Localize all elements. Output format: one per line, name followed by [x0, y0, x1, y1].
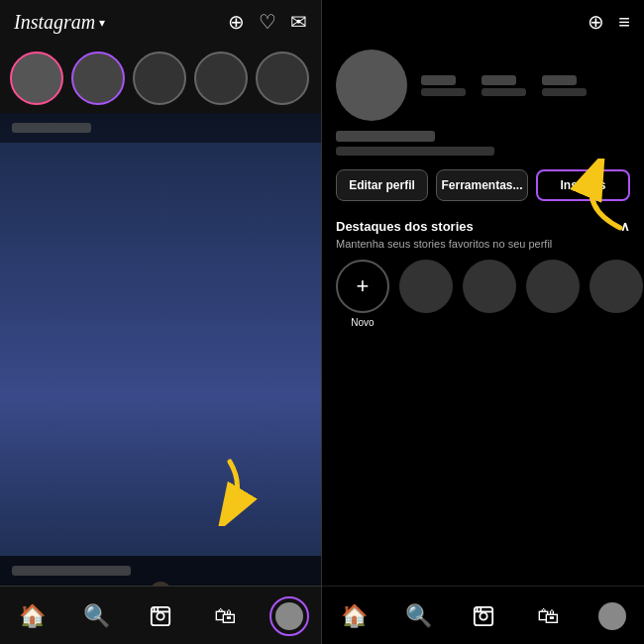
left-header: Instagram ▾ ⊕ ♡ ✉	[0, 0, 321, 44]
right-nav-reels[interactable]	[464, 596, 503, 636]
feed-caption-blur	[12, 566, 131, 576]
posts-stat	[421, 75, 466, 96]
right-menu-icon[interactable]: ≡	[618, 11, 630, 34]
highlight-item-2[interactable]	[463, 260, 516, 328]
profile-picture[interactable]	[336, 50, 407, 121]
new-post-icon[interactable]: ⊕	[228, 10, 245, 34]
feed-username-blur	[12, 123, 91, 133]
tools-button[interactable]: Ferramentas...	[436, 169, 528, 201]
new-highlight-circle[interactable]: +	[336, 260, 389, 313]
right-nav-shop[interactable]: 🛍	[528, 596, 568, 636]
arrow-down	[200, 457, 260, 526]
posts-label	[421, 88, 466, 96]
plus-icon: +	[357, 275, 370, 297]
highlight-circle-2[interactable]	[463, 260, 516, 313]
stories-row	[0, 44, 321, 113]
story-avatar-4[interactable]	[194, 52, 248, 105]
followers-label	[482, 88, 526, 96]
highlight-item-3[interactable]	[526, 260, 580, 328]
likes-icon[interactable]: ♡	[259, 10, 276, 34]
nav-search[interactable]: 🔍	[76, 596, 116, 636]
profile-bio-blur	[336, 147, 494, 156]
right-new-post-icon[interactable]: ⊕	[588, 10, 604, 34]
right-nav-home[interactable]: 🏠	[335, 596, 375, 636]
nav-home[interactable]: 🏠	[12, 596, 52, 636]
story-avatar-1[interactable]	[10, 52, 63, 105]
nav-reels[interactable]	[141, 596, 180, 636]
highlight-new[interactable]: + Novo	[336, 260, 389, 328]
svg-point-8	[480, 612, 486, 619]
story-avatar-5[interactable]	[256, 52, 309, 105]
right-bottom-nav: 🏠 🔍 🛍	[322, 586, 644, 644]
highlights-row: + Novo	[336, 260, 630, 328]
highlight-circle-4[interactable]	[590, 260, 643, 313]
following-stat	[542, 75, 587, 96]
profile-name-area	[322, 131, 644, 161]
followers-stat	[482, 75, 526, 96]
following-count	[542, 75, 577, 85]
highlight-circle-1[interactable]	[399, 260, 453, 313]
highlights-subtitle: Mantenha seus stories favoritos no seu p…	[336, 238, 630, 250]
right-header: ⊕ ≡	[322, 0, 644, 44]
edit-profile-button[interactable]: Editar perfil	[336, 169, 428, 201]
left-bottom-nav: 🏠 🔍 🛍	[0, 586, 321, 644]
following-label	[542, 88, 587, 96]
highlight-item-1[interactable]	[399, 260, 453, 328]
instagram-logo: Instagram ▾	[14, 11, 105, 34]
highlight-item-4[interactable]	[590, 260, 643, 328]
right-nav-profile[interactable]	[592, 596, 632, 636]
feed-overlay-top	[0, 113, 321, 143]
new-highlight-label: Novo	[351, 317, 374, 328]
nav-profile-active[interactable]	[269, 596, 309, 636]
feed-overlay-bottom	[0, 556, 321, 586]
feed-background	[0, 113, 321, 586]
story-avatar-3[interactable]	[133, 52, 186, 105]
left-panel: Instagram ▾ ⊕ ♡ ✉	[0, 0, 321, 644]
profile-stats	[421, 75, 587, 96]
highlight-circle-3[interactable]	[526, 260, 580, 313]
left-header-icons: ⊕ ♡ ✉	[228, 10, 307, 34]
arrow-up	[571, 159, 630, 238]
posts-count	[421, 75, 456, 85]
story-avatar-2[interactable]	[71, 52, 125, 105]
profile-avatar-mini	[275, 602, 303, 630]
feed-area	[0, 113, 321, 586]
profile-name-blur	[336, 131, 435, 142]
right-panel: ⊕ ≡ Editar perfil Ferramentas...	[322, 0, 644, 644]
nav-shop[interactable]: 🛍	[205, 596, 245, 636]
messages-icon[interactable]: ✉	[290, 10, 307, 34]
right-profile-top	[322, 44, 644, 131]
svg-point-2	[157, 612, 163, 619]
followers-count	[482, 75, 516, 85]
right-nav-search[interactable]: 🔍	[399, 596, 439, 636]
